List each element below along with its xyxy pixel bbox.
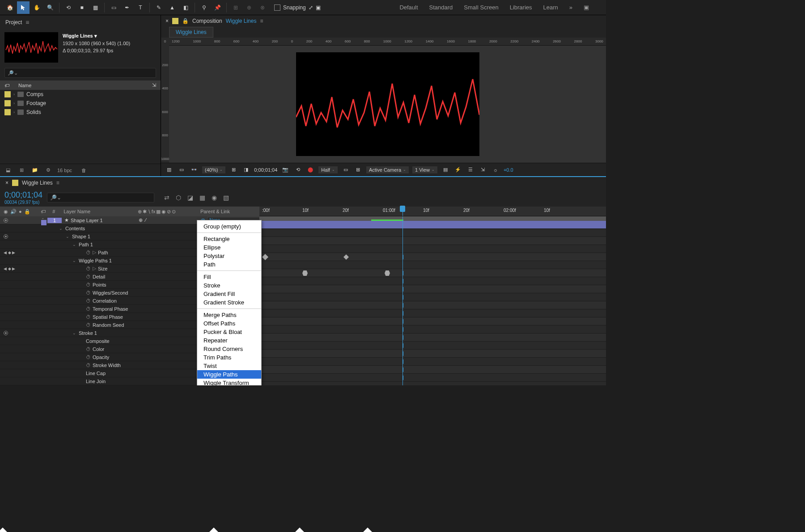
menu-item[interactable]: Wiggle Transform	[197, 379, 261, 385]
menu-item[interactable]: Group (empty)	[197, 222, 261, 231]
project-tab[interactable]: Project	[5, 19, 22, 25]
flowchart-icon[interactable]: ⇲	[479, 165, 487, 174]
viewer-comp-name[interactable]: Wiggle Lines	[226, 18, 257, 24]
panel-menu-icon[interactable]: ≡	[25, 19, 29, 26]
snapping-checkbox[interactable]	[274, 4, 280, 11]
composition-view[interactable]	[296, 52, 479, 156]
roto-brush-icon[interactable]: ⚲	[198, 1, 210, 14]
transparency-grid-icon[interactable]: ◨	[242, 165, 250, 174]
snap-edge-icon[interactable]: ⤢	[309, 4, 313, 11]
audio-col-icon[interactable]: 🔊	[10, 209, 17, 215]
time-ruler[interactable]: :00f 10f 20f 01:00f 10f 20f 02:00f 10f	[259, 207, 606, 216]
panel-menu-icon[interactable]: ≡	[56, 180, 59, 186]
stopwatch-icon[interactable]: ⏱	[86, 298, 91, 304]
menu-item[interactable]: Rectangle	[197, 235, 261, 243]
camera-icon[interactable]: ■	[76, 1, 88, 14]
bpc-toggle[interactable]: 16 bpc	[57, 168, 72, 173]
show-snapshot-icon[interactable]: ⟲	[293, 165, 302, 174]
menu-item[interactable]: Wiggle Paths	[197, 370, 261, 379]
local-axis-icon[interactable]: ⊞	[229, 1, 242, 14]
frame-blend-icon[interactable]: ▦	[199, 194, 205, 201]
menu-item[interactable]: Trim Paths	[197, 353, 261, 362]
puppet-pin-icon[interactable]: 📌	[211, 1, 224, 14]
expression-icon[interactable]: ▷	[93, 266, 96, 271]
project-item[interactable]: ›Footage	[0, 99, 161, 108]
comp-mini-icon[interactable]: ⇄	[164, 194, 169, 201]
zoom-tool-icon[interactable]: 🔍	[44, 1, 56, 14]
label-col-icon[interactable]: 🏷	[41, 209, 46, 214]
menu-item[interactable]: Path	[197, 260, 261, 269]
lock-col-icon[interactable]: 🔒	[24, 209, 30, 215]
world-axis-icon[interactable]: ⊕	[243, 1, 255, 14]
menu-item[interactable]: Fill	[197, 273, 261, 281]
stopwatch-icon[interactable]: ⏱	[86, 250, 91, 255]
orbit-icon[interactable]: ⟲	[62, 1, 75, 14]
tag-icon[interactable]: 🏷	[4, 83, 9, 88]
zoom-dropdown[interactable]: (40%)⌄	[202, 166, 225, 173]
grid-icon[interactable]: ⊞	[354, 165, 363, 174]
views-dropdown[interactable]: 1 View⌄	[412, 166, 437, 173]
expression-icon[interactable]: ▷	[93, 249, 96, 255]
channel-icon[interactable]: ▭	[177, 165, 186, 174]
new-folder-icon[interactable]: 📁	[30, 166, 39, 175]
pixel-aspect-icon[interactable]: ▤	[441, 165, 450, 174]
stopwatch-icon[interactable]: ⏱	[86, 322, 91, 328]
pan-behind-icon[interactable]: ▦	[89, 1, 102, 14]
view-axis-icon[interactable]: ⊗	[256, 1, 269, 14]
shy-icon[interactable]: ◪	[187, 194, 193, 201]
workspace-more-icon[interactable]: »	[569, 4, 572, 11]
channels-icon[interactable]: ⬤	[306, 165, 315, 174]
project-item[interactable]: ›Solids	[0, 108, 161, 117]
stopwatch-icon[interactable]: ⏱	[86, 274, 91, 279]
num-column[interactable]: #	[47, 209, 61, 214]
menu-item[interactable]: Ellipse	[197, 243, 261, 252]
flow-tab[interactable]: Wiggle Lines	[169, 27, 213, 38]
selection-tool-icon[interactable]	[17, 1, 30, 14]
stopwatch-icon[interactable]: ⏱	[86, 314, 91, 320]
home-icon[interactable]: 🏠	[4, 1, 16, 14]
workspace-default[interactable]: Default	[399, 4, 418, 11]
menu-item[interactable]: Round Corners	[197, 345, 261, 353]
exposure-value[interactable]: +0.0	[504, 167, 513, 173]
solo-col-icon[interactable]: ●	[19, 209, 22, 214]
fast-preview-icon[interactable]: ⚡	[453, 165, 462, 174]
workspace-standard[interactable]: Standard	[429, 4, 453, 11]
interpret-icon[interactable]: ⬓	[4, 166, 13, 175]
keyframe-ease-icon[interactable]	[302, 270, 308, 276]
parent-column[interactable]: Parent & Link	[198, 209, 259, 214]
timeline-search-input[interactable]: 🔎⌄	[47, 193, 154, 203]
snapshot-icon[interactable]: 📷	[281, 165, 290, 174]
alpha-icon[interactable]: ▥	[165, 165, 174, 174]
eye-icon[interactable]	[4, 234, 8, 239]
eraser-tool-icon[interactable]: ◧	[179, 1, 192, 14]
mask-icon[interactable]: 👓	[190, 165, 199, 174]
brush-tool-icon[interactable]: ✎	[153, 1, 165, 14]
timeline-timecode[interactable]: 0;00;01;04	[4, 190, 42, 200]
menu-item[interactable]: Offset Paths	[197, 319, 261, 328]
menu-item[interactable]: Stroke	[197, 281, 261, 290]
layer-name-column[interactable]: Layer Name	[61, 209, 136, 214]
project-item[interactable]: ›Comps	[0, 90, 161, 99]
resolution-dropdown[interactable]: Half⌄	[318, 166, 338, 173]
stopwatch-icon[interactable]: ⏱	[86, 290, 91, 296]
menu-item[interactable]: Twist	[197, 362, 261, 370]
trash-icon[interactable]: 🗑	[79, 166, 88, 175]
menu-item[interactable]: Merge Paths	[197, 311, 261, 319]
playhead-icon[interactable]	[400, 206, 405, 212]
pen-tool-icon[interactable]: ✒	[121, 1, 133, 14]
lock-icon[interactable]: 🔒	[182, 18, 189, 24]
new-comp-icon[interactable]: ⊞	[17, 166, 26, 175]
graph-editor-icon[interactable]: ▧	[223, 194, 229, 201]
panel-menu-icon[interactable]: ≡	[260, 18, 263, 24]
keyframe-nav[interactable]: ◀ ◆ ▶	[4, 250, 15, 255]
stopwatch-icon[interactable]: ⏱	[86, 282, 91, 287]
menu-item[interactable]: Pucker & Bloat	[197, 328, 261, 336]
menu-item[interactable]: Polystar	[197, 252, 261, 260]
camera-dropdown[interactable]: Active Camera⌄	[366, 166, 409, 173]
workspace-search-icon[interactable]: ▣	[584, 4, 589, 11]
flowchart-icon[interactable]: ⇲	[152, 82, 156, 88]
workspace-learn[interactable]: Learn	[543, 4, 558, 11]
close-tab-icon[interactable]: ×	[165, 18, 169, 24]
workspace-small[interactable]: Small Screen	[464, 4, 498, 11]
reset-exposure-icon[interactable]: ☼	[491, 165, 500, 174]
